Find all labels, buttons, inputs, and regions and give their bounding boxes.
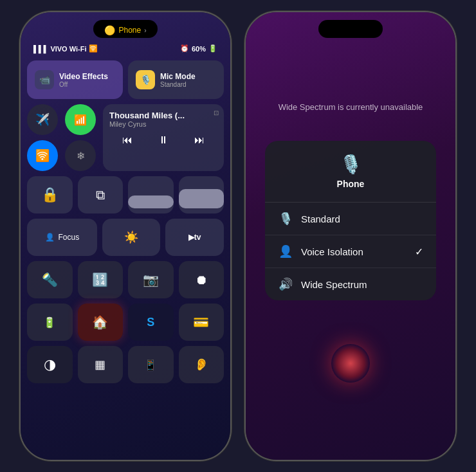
- video-effects-text: Video Effects Off: [59, 72, 108, 88]
- home-btn[interactable]: 🏠: [78, 304, 124, 341]
- carrier-label: VIVO Wi-Fi: [50, 45, 86, 53]
- unavailable-message: Wide Spectrum is currently unavailable: [246, 102, 455, 112]
- focus-row: 👤 Focus ☀️ ▶tv: [27, 219, 224, 256]
- status-left: ▌▌▌ VIVO Wi-Fi 🛜: [33, 44, 98, 53]
- rotation-lock-btn[interactable]: 🔒: [27, 176, 73, 213]
- np-share-icon: ⊡: [214, 109, 219, 116]
- focus-icon: 👤: [45, 233, 55, 242]
- video-effects-title: Video Effects: [59, 72, 108, 81]
- calculator-btn[interactable]: 🔢: [78, 261, 124, 298]
- mid-section: ✈️ 📶 🛜 ❄ ⊡ Thousand Miles (... Miley Cyr…: [27, 104, 224, 171]
- mic-mode-title: Mic Mode: [160, 72, 196, 81]
- remote-btn[interactable]: 📱: [128, 346, 174, 383]
- screen-mirror-btn[interactable]: ⧉: [78, 176, 124, 213]
- alarm-icon: ⏰: [180, 44, 189, 53]
- icons-row-2: 🔋 🏠 S 💳: [27, 304, 224, 341]
- phone-bar-label: Phone: [118, 26, 141, 35]
- np-title: Thousand Miles (...: [109, 111, 217, 120]
- shazam-btn[interactable]: S: [128, 304, 174, 341]
- mic-option-standard[interactable]: 🎙️ Standard: [265, 203, 436, 235]
- right-phone: Wide Spectrum is currently unavailable 🎙…: [244, 11, 457, 461]
- wifi-btn[interactable]: 🛜: [27, 140, 58, 171]
- airplane-mode-btn[interactable]: ✈️: [27, 104, 58, 135]
- barcode-btn[interactable]: ▦: [78, 346, 124, 383]
- mic-mode-icon: 🎙️: [136, 70, 155, 89]
- phone-indicator-bar: 🟡 Phone ›: [104, 25, 146, 35]
- right-screen: Wide Spectrum is currently unavailable 🎙…: [246, 12, 455, 460]
- standard-mic-icon: 🎙️: [278, 212, 293, 226]
- volume-slider[interactable]: [179, 176, 224, 213]
- video-effects-btn[interactable]: 📹 Video Effects Off: [27, 60, 123, 99]
- mic-mode-subtitle: Standard: [160, 81, 196, 88]
- voice-isolation-label: Voice Isolation: [301, 246, 363, 257]
- accessibility-btn[interactable]: ◑: [27, 346, 73, 383]
- np-forward-btn[interactable]: ⏭: [194, 134, 205, 146]
- mic-option-voice-isolation[interactable]: 👤 Voice Isolation ✓: [265, 235, 436, 268]
- dynamic-island-right: [318, 20, 383, 38]
- battery-percent: 60%: [192, 45, 206, 53]
- wifi-icon: 🛜: [89, 44, 98, 53]
- brightness-icon: ☀️: [124, 230, 138, 244]
- status-right: ⏰ 60% 🔋: [180, 44, 217, 53]
- battery-btn[interactable]: 🔋: [27, 304, 73, 341]
- icons-row-1: 🔦 🔢 📷 ⏺: [27, 261, 224, 298]
- left-screen: 🟡 Phone › ▌▌▌ VIVO Wi-Fi 🛜 ⏰ 60% 🔋 📹: [21, 12, 230, 460]
- brightness-btn[interactable]: ☀️: [102, 219, 161, 256]
- appletv-icon: ▶tv: [188, 233, 201, 242]
- video-effects-icon: 📹: [35, 70, 54, 89]
- toggle-row: 🔒 ⧉: [27, 176, 224, 213]
- wallet-btn[interactable]: 💳: [179, 304, 224, 341]
- bluetooth-btn[interactable]: ❄: [65, 140, 96, 171]
- camera-btn[interactable]: 📷: [128, 261, 174, 298]
- signal-icon: ▌▌▌: [33, 45, 48, 53]
- mic-mode-text: Mic Mode Standard: [160, 72, 196, 88]
- voice-isolation-icon: 👤: [278, 244, 293, 259]
- np-pause-btn[interactable]: ⏸: [158, 134, 169, 146]
- record-btn[interactable]: ⏺: [179, 261, 224, 298]
- standard-label: Standard: [301, 213, 340, 224]
- icons-row-3: ◑ ▦ 📱 👂: [27, 346, 224, 383]
- mic-mode-btn[interactable]: 🎙️ Mic Mode Standard: [128, 60, 224, 99]
- battery-icon: 🔋: [208, 44, 217, 53]
- controls-grid: ✈️ 📶 🛜 ❄: [27, 104, 98, 171]
- focus-label: Focus: [59, 233, 80, 242]
- left-phone: 🟡 Phone › ▌▌▌ VIVO Wi-Fi 🛜 ⏰ 60% 🔋 📹: [19, 11, 232, 461]
- focus-btn[interactable]: 👤 Focus: [27, 219, 97, 256]
- mic-option-wide-spectrum[interactable]: 🔊 Wide Spectrum: [265, 268, 436, 300]
- appletv-btn[interactable]: ▶tv: [165, 219, 224, 256]
- np-controls: ⏮ ⏸ ⏭: [109, 134, 217, 146]
- brightness-slider[interactable]: [128, 176, 174, 213]
- mic-popup-header: 🎙️ Phone: [265, 141, 436, 203]
- status-bar-left: ▌▌▌ VIVO Wi-Fi 🛜 ⏰ 60% 🔋: [21, 44, 230, 53]
- mic-mode-popup: 🎙️ Phone 🎙️ Standard 👤 Voice Isolation ✓…: [265, 141, 436, 300]
- mic-popup-title: Phone: [337, 179, 365, 189]
- mic-popup-mic-icon: 🎙️: [340, 154, 362, 175]
- now-playing-widget[interactable]: ⊡ Thousand Miles (... Miley Cyrus ⏮ ⏸ ⏭: [103, 104, 224, 171]
- control-center-content: 📹 Video Effects Off 🎙️ Mic Mode Standard: [27, 60, 224, 447]
- flashlight-btn[interactable]: 🔦: [27, 261, 73, 298]
- np-artist: Miley Cyrus: [109, 120, 217, 128]
- hearing-btn[interactable]: 👂: [179, 346, 224, 383]
- checkmark-icon: ✓: [415, 246, 423, 258]
- red-orb: [331, 344, 370, 383]
- video-effects-subtitle: Off: [59, 81, 108, 88]
- cellular-btn[interactable]: 📶: [65, 104, 96, 135]
- wide-spectrum-icon: 🔊: [278, 277, 293, 291]
- wide-spectrum-label: Wide Spectrum: [301, 279, 367, 290]
- np-back-btn[interactable]: ⏮: [122, 134, 133, 146]
- top-row: 📹 Video Effects Off 🎙️ Mic Mode Standard: [27, 60, 224, 99]
